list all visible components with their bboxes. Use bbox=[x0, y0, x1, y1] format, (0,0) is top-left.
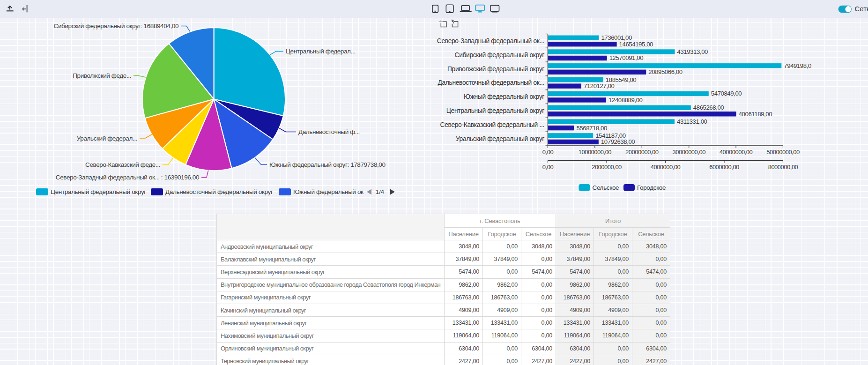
svg-text:0,00: 0,00 bbox=[542, 149, 554, 156]
svg-text:Центральный федерал...: Центральный федерал... bbox=[286, 48, 356, 55]
svg-text:Южный федеральный ок: Южный федеральный ок bbox=[293, 188, 364, 195]
svg-text:10000000,00: 10000000,00 bbox=[579, 149, 612, 156]
svg-text:30000000,00: 30000000,00 bbox=[672, 149, 705, 156]
svg-text:20895066,00: 20895066,00 bbox=[648, 68, 682, 75]
svg-text:Центральный федеральный округ: Центральный федеральный округ bbox=[51, 188, 146, 195]
svg-text:Сетка: Сетка bbox=[855, 5, 868, 13]
svg-text:Городское: Городское bbox=[637, 184, 666, 191]
svg-text:Приволжский федеральный округ: Приволжский федеральный округ bbox=[447, 66, 544, 73]
svg-text:40061189,00: 40061189,00 bbox=[739, 111, 772, 118]
svg-text:Дальневосточный федеральный ок: Дальневосточный федеральный ок... bbox=[438, 79, 544, 86]
svg-text:Сибирский федеральный округ: Сибирский федеральный округ bbox=[455, 52, 545, 59]
svg-text:Центральный федеральный округ: Центральный федеральный округ bbox=[446, 107, 544, 114]
svg-text:Южный федеральный округ: 17879: Южный федеральный округ: 17879738,00 bbox=[269, 161, 386, 168]
svg-text:Дальневосточный ф...: Дальневосточный ф... bbox=[298, 128, 360, 135]
svg-text:Северо-Западный федеральный ок: Северо-Западный федеральный ок... : 1639… bbox=[56, 174, 199, 181]
svg-text:4319313,00: 4319313,00 bbox=[677, 48, 708, 55]
svg-text:14654195,00: 14654195,00 bbox=[619, 41, 653, 48]
svg-text:Северо-Западный федеральный ок: Северо-Западный федеральный ок... bbox=[437, 37, 544, 45]
svg-text:4311331,00: 4311331,00 bbox=[677, 118, 707, 125]
svg-text:0,00: 0,00 bbox=[542, 164, 554, 171]
svg-text:Приволжский феде...: Приволжский феде... bbox=[73, 72, 131, 79]
svg-text:Южный федеральный округ: Южный федеральный округ bbox=[464, 93, 544, 100]
svg-text:12570091,00: 12570091,00 bbox=[609, 54, 643, 61]
svg-text:6000000,00: 6000000,00 bbox=[709, 164, 739, 171]
svg-text:Северо-Кавказский федеральный: Северо-Кавказский федеральный ... bbox=[440, 121, 544, 128]
svg-text:8000000,00: 8000000,00 bbox=[768, 164, 798, 171]
svg-text:Уральский федерал...: Уральский федерал... bbox=[77, 135, 137, 142]
svg-text:50000000,00: 50000000,00 bbox=[766, 149, 800, 156]
svg-text:12408889,00: 12408889,00 bbox=[608, 97, 642, 104]
svg-text:4865268,00: 4865268,00 bbox=[693, 104, 724, 111]
svg-text:Сельское: Сельское bbox=[593, 184, 619, 191]
svg-text:Дальневосточный федеральный ок: Дальневосточный федеральный округ bbox=[165, 188, 273, 195]
svg-text:1/4: 1/4 bbox=[376, 188, 384, 195]
svg-text:5568718,00: 5568718,00 bbox=[576, 125, 607, 132]
svg-text:5470849,00: 5470849,00 bbox=[711, 90, 742, 97]
svg-text:10792638,00: 10792638,00 bbox=[601, 138, 635, 145]
svg-text:20000000,00: 20000000,00 bbox=[625, 149, 659, 156]
svg-text:Уральский федеральный округ: Уральский федеральный округ bbox=[456, 135, 545, 142]
svg-text:4000000,00: 4000000,00 bbox=[651, 164, 681, 171]
svg-text:40000000,00: 40000000,00 bbox=[720, 149, 753, 156]
svg-text:Северо-Кавказский феде...: Северо-Кавказский феде... bbox=[85, 161, 160, 168]
svg-text:7120127,00: 7120127,00 bbox=[584, 82, 615, 89]
svg-text:Сибирский федеральный округ: 1: Сибирский федеральный округ: 16889404,00 bbox=[54, 22, 178, 30]
svg-text:2000000,00: 2000000,00 bbox=[592, 164, 622, 171]
svg-text:7949198,00: 7949198,00 bbox=[784, 62, 811, 69]
